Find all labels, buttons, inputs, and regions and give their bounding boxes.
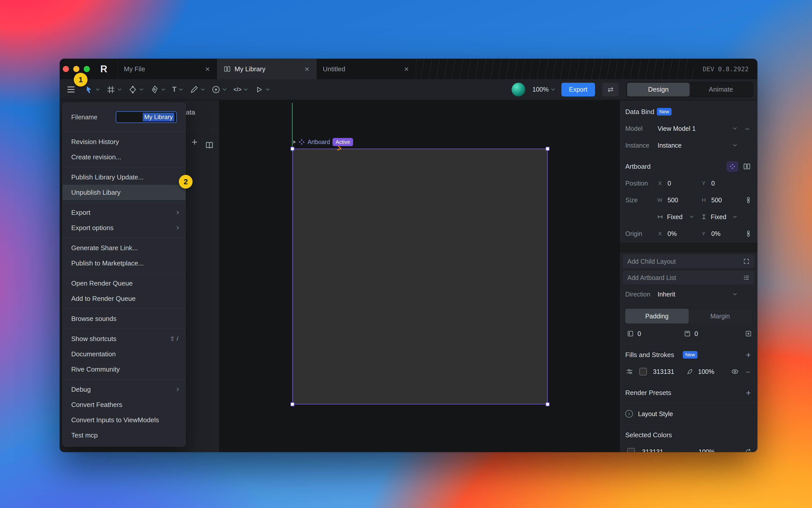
- disclosure-chevron-icon[interactable]: [293, 140, 296, 144]
- zoom-dropdown[interactable]: 100%: [532, 86, 554, 93]
- direction-dropdown[interactable]: Inherit: [658, 291, 675, 298]
- menu-item-rive-community[interactable]: Rive Community: [62, 362, 185, 377]
- menu-item-open-render-queue[interactable]: Open Render Queue: [62, 276, 185, 291]
- padding-b-input[interactable]: 0: [694, 330, 698, 337]
- minimize-window-button[interactable]: [73, 66, 79, 72]
- selected-color-swatch[interactable]: [627, 448, 635, 452]
- menu-item-debug[interactable]: Debug: [62, 382, 185, 397]
- width-input[interactable]: 500: [668, 197, 678, 204]
- tool-dropdown-chevron-icon[interactable]: [162, 87, 165, 90]
- add-render-preset-button[interactable]: +: [746, 388, 751, 398]
- selection-handle[interactable]: [290, 403, 294, 406]
- filename-input[interactable]: My Library: [116, 111, 177, 123]
- menu-item-add-to-render-queue[interactable]: Add to Render Queue: [62, 291, 185, 306]
- tool-dropdown-chevron-icon[interactable]: [223, 87, 226, 90]
- selection-handle[interactable]: [546, 403, 549, 406]
- menu-item-publish-library-update[interactable]: Publish Library Update...: [62, 170, 185, 185]
- user-avatar[interactable]: [511, 83, 525, 96]
- feather-icon[interactable]: [686, 368, 693, 375]
- chevron-down-icon[interactable]: [733, 292, 737, 295]
- pen-tool[interactable]: [150, 85, 165, 94]
- menu-item-generate-share-link[interactable]: Generate Share Link...: [62, 240, 185, 256]
- margin-tab[interactable]: Margin: [689, 309, 752, 324]
- tool-dropdown-chevron-icon[interactable]: [96, 87, 99, 90]
- visibility-eye-icon[interactable]: [731, 368, 739, 375]
- menu-item-export-options[interactable]: Export options: [62, 220, 185, 236]
- animate-mode-tab[interactable]: Animate: [690, 83, 752, 96]
- tool-dropdown-chevron-icon[interactable]: [118, 87, 121, 90]
- origin-y-input[interactable]: 0%: [711, 230, 720, 238]
- text-tool[interactable]: T: [172, 86, 182, 93]
- origin-x-input[interactable]: 0%: [668, 230, 677, 238]
- menu-item-revision-history[interactable]: Revision History: [62, 134, 185, 150]
- artboard[interactable]: [292, 149, 548, 405]
- remove-fill-button[interactable]: –: [746, 368, 750, 376]
- instance-dropdown[interactable]: Instance: [658, 142, 682, 149]
- chevron-down-icon[interactable]: [733, 126, 737, 130]
- add-artboard-list-button[interactable]: Add Artboard List: [623, 271, 754, 285]
- x-input[interactable]: 0: [668, 180, 671, 187]
- remove-model-button[interactable]: –: [746, 124, 750, 133]
- tool-dropdown-chevron-icon[interactable]: [266, 87, 269, 90]
- selection-handle[interactable]: [290, 147, 294, 151]
- artboard-tool[interactable]: [106, 85, 121, 94]
- height-mode-dropdown[interactable]: Fixed: [711, 213, 726, 221]
- code-tool[interactable]: </>: [233, 86, 247, 93]
- tool-dropdown-chevron-icon[interactable]: [244, 87, 247, 90]
- menu-item-convert-inputs-to-viewmodels[interactable]: Convert Inputs to ViewModels: [62, 412, 185, 428]
- canvas[interactable]: Artboard Active: [220, 100, 620, 452]
- fill-hex-value[interactable]: 313131: [653, 368, 674, 375]
- artboard-name-label[interactable]: Artboard: [308, 139, 330, 145]
- menu-item-publish-to-marketplace[interactable]: Publish to Marketplace...: [62, 256, 185, 271]
- tab-untitled[interactable]: Untitled ×: [316, 59, 416, 79]
- menu-item-convert-feathers[interactable]: Convert Feathers: [62, 397, 185, 412]
- design-mode-tab[interactable]: Design: [627, 83, 690, 96]
- select-tool[interactable]: [85, 85, 99, 94]
- knife-tool[interactable]: [190, 85, 204, 94]
- tool-dropdown-chevron-icon[interactable]: [201, 87, 204, 90]
- sliders-icon[interactable]: [626, 368, 633, 375]
- tab-close-icon[interactable]: ×: [304, 65, 310, 73]
- width-mode-dropdown[interactable]: Fixed: [667, 213, 682, 221]
- selection-handle[interactable]: [546, 147, 549, 151]
- chevron-down-icon[interactable]: [733, 143, 737, 146]
- refresh-icon[interactable]: [745, 448, 752, 452]
- y-input[interactable]: 0: [711, 180, 715, 187]
- menu-item-show-shortcuts[interactable]: Show shortcuts⇧ /: [62, 331, 185, 346]
- link-origin-icon[interactable]: [745, 230, 752, 237]
- menu-item-export[interactable]: Export: [62, 205, 185, 220]
- tab-my-library[interactable]: My Library ×: [217, 59, 317, 79]
- artboard-columns-icon-button[interactable]: [743, 162, 751, 171]
- padding-tab[interactable]: Padding: [625, 309, 689, 324]
- height-input[interactable]: 500: [711, 197, 722, 204]
- assets-book-icon[interactable]: [205, 140, 214, 150]
- tab-my-file[interactable]: My File ×: [118, 59, 217, 79]
- menu-item-unpublish-library[interactable]: Unpublish Libary: [62, 185, 185, 200]
- menu-item-browse-sounds[interactable]: Browse sounds: [62, 311, 185, 326]
- shapes-tool[interactable]: [129, 85, 143, 94]
- add-child-layout-button[interactable]: Add Child Layout: [623, 255, 754, 268]
- chevron-down-icon[interactable]: [690, 214, 693, 218]
- export-button[interactable]: Export: [561, 83, 595, 96]
- padding-a-input[interactable]: 0: [637, 330, 641, 337]
- add-button[interactable]: +: [191, 137, 197, 147]
- zoom-window-button[interactable]: [84, 66, 90, 72]
- menu-item-documentation[interactable]: Documentation: [62, 346, 185, 362]
- menu-item-test-mcp[interactable]: Test mcp: [62, 428, 185, 443]
- artboard-title-row[interactable]: Artboard Active: [293, 138, 353, 146]
- add-fill-button[interactable]: +: [746, 350, 751, 360]
- tool-dropdown-chevron-icon[interactable]: [179, 87, 182, 90]
- link-dimensions-icon[interactable]: [745, 197, 752, 204]
- tool-dropdown-chevron-icon[interactable]: [140, 87, 143, 90]
- chevron-down-icon[interactable]: [733, 214, 737, 218]
- hamburger-menu-button[interactable]: [67, 87, 75, 92]
- close-window-button[interactable]: [63, 66, 69, 72]
- tab-close-icon[interactable]: ×: [403, 65, 410, 73]
- artboard-diamond-icon-button[interactable]: [726, 161, 738, 172]
- events-tool[interactable]: [212, 85, 226, 94]
- expander-circle-icon[interactable]: ›: [625, 410, 633, 418]
- fill-opacity-value[interactable]: 100%: [698, 368, 714, 375]
- padding-options-icon[interactable]: [745, 330, 752, 337]
- model-dropdown[interactable]: View Model 1: [658, 125, 696, 132]
- play-tool[interactable]: [255, 85, 269, 94]
